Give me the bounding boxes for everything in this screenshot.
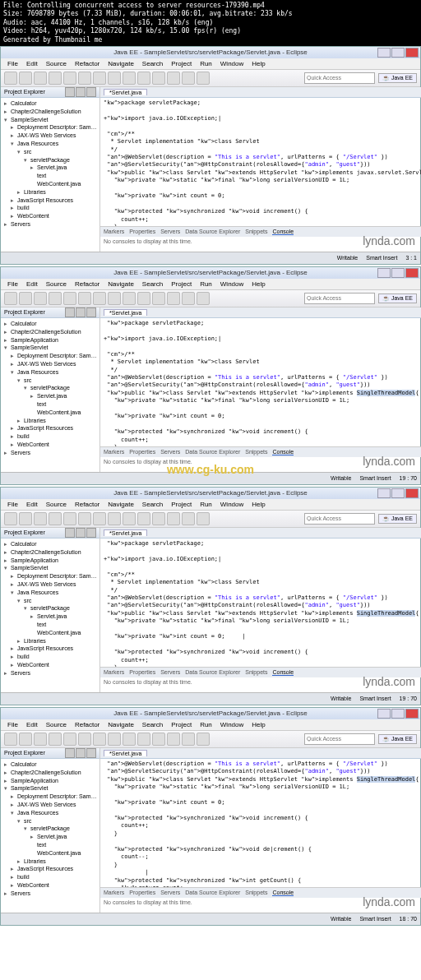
menu-navigate[interactable]: Navigate [104, 59, 137, 68]
tree-item[interactable]: ▸ Libraries [2, 858, 98, 866]
close-button[interactable] [405, 488, 419, 498]
tree-item[interactable]: ▸ Chapter2ChallengeSolution [2, 108, 98, 116]
toolbar-button[interactable] [78, 72, 91, 85]
view-menu-icon[interactable] [86, 528, 96, 538]
tree-item[interactable]: ▸ Servlet.java [2, 392, 98, 400]
tree-item[interactable]: ▾ Java Resources [2, 140, 98, 148]
toolbar-button[interactable] [152, 733, 165, 746]
menu-run[interactable]: Run [197, 720, 215, 729]
view-menu-icon[interactable] [86, 748, 96, 758]
bottom-tab-console[interactable]: Console [272, 890, 294, 896]
toolbar-button[interactable] [108, 512, 121, 525]
bottom-tab-console[interactable]: Console [272, 669, 294, 676]
tree-item[interactable]: ▸ JavaScript Resources [2, 865, 98, 873]
quick-access-input[interactable] [304, 72, 375, 84]
toolbar-button[interactable] [63, 72, 76, 85]
bottom-tab-data-source-explorer[interactable]: Data Source Explorer [185, 669, 240, 675]
minimize-button[interactable] [377, 48, 391, 58]
tree-item[interactable]: ▾ Java Resources [2, 809, 98, 817]
tree-item[interactable]: ▸ Calculator [2, 320, 98, 328]
tree-item[interactable]: ▾ src [2, 597, 98, 605]
tree-item[interactable]: ▸ Calculator [2, 540, 98, 548]
menu-project[interactable]: Project [168, 59, 195, 68]
close-button[interactable] [405, 48, 419, 58]
toolbar-button[interactable] [123, 292, 136, 305]
tree-item[interactable]: ▸ Chapter2ChallengeSolution [2, 769, 98, 777]
toolbar-button[interactable] [197, 733, 210, 746]
tree-item[interactable]: ▾ src [2, 817, 98, 825]
tree-item[interactable]: WebContent.java [2, 849, 98, 858]
menu-help[interactable]: Help [248, 59, 268, 68]
toolbar-button[interactable] [93, 733, 106, 746]
link-editor-icon[interactable] [76, 307, 86, 317]
tree-item[interactable]: ▾ Java Resources [2, 589, 98, 597]
tree-item[interactable]: ▸ Servers [2, 890, 98, 898]
tree-item[interactable]: ▾ SampleServlet [2, 344, 98, 352]
toolbar-button[interactable] [167, 733, 180, 746]
toolbar-button[interactable] [49, 72, 62, 85]
perspective-javaee[interactable]: ☕ Java EE [378, 734, 417, 744]
toolbar-button[interactable] [137, 733, 150, 746]
maximize-button[interactable] [391, 709, 405, 719]
menu-window[interactable]: Window [217, 280, 247, 289]
tree-item[interactable]: ▾ SampleServlet [2, 116, 98, 124]
toolbar-button[interactable] [123, 733, 136, 746]
toolbar-button[interactable] [197, 512, 210, 525]
minimize-button[interactable] [377, 488, 391, 498]
toolbar-button[interactable] [63, 512, 76, 525]
maximize-button[interactable] [391, 488, 405, 498]
toolbar-button[interactable] [108, 733, 121, 746]
tree-item[interactable]: ▸ JavaScript Resources [2, 424, 98, 432]
bottom-tab-console[interactable]: Console [272, 449, 294, 455]
tree-item[interactable]: ▸ Deployment Descriptor: SampleServlet [2, 352, 98, 360]
collapse-all-icon[interactable] [65, 528, 75, 538]
tree-item[interactable]: ▸ build [2, 204, 98, 212]
tree-item[interactable]: ▸ build [2, 873, 98, 881]
toolbar-button[interactable] [182, 72, 195, 85]
toolbar-button[interactable] [4, 512, 17, 525]
perspective-javaee[interactable]: ☕ Java EE [378, 514, 417, 524]
tree-item[interactable]: ▸ Deployment Descriptor: SampleServlet [2, 123, 98, 132]
tree-item[interactable]: ▸ Servers [2, 449, 98, 457]
perspective-javaee[interactable]: ☕ Java EE [378, 294, 417, 303]
bottom-tab-properties[interactable]: Properties [129, 449, 155, 455]
menu-file[interactable]: File [4, 500, 21, 509]
tree-item[interactable]: ▸ Servlet.java [2, 612, 98, 621]
toolbar-button[interactable] [93, 292, 106, 305]
menu-window[interactable]: Window [217, 500, 247, 509]
quick-access-input[interactable] [304, 513, 375, 525]
menu-edit[interactable]: Edit [23, 500, 41, 509]
bottom-tab-console[interactable]: Console [272, 229, 294, 235]
tree-item[interactable]: ▾ src [2, 148, 98, 156]
tree-item[interactable]: text [2, 621, 98, 629]
menu-source[interactable]: Source [43, 720, 70, 729]
toolbar-button[interactable] [197, 72, 210, 85]
toolbar-button[interactable] [78, 292, 91, 305]
menu-edit[interactable]: Edit [23, 280, 41, 289]
menu-project[interactable]: Project [168, 280, 195, 289]
tree-item[interactable]: ▸ JAX-WS Web Services [2, 801, 98, 809]
toolbar-button[interactable] [197, 292, 210, 305]
bottom-tab-markers[interactable]: Markers [104, 449, 124, 455]
bottom-tab-properties[interactable]: Properties [129, 669, 155, 675]
toolbar-button[interactable] [93, 72, 106, 85]
code-editor[interactable]: "kw">package servletPackage; +"kw">impor… [100, 98, 421, 226]
menu-help[interactable]: Help [248, 280, 268, 289]
bottom-tab-data-source-explorer[interactable]: Data Source Explorer [185, 890, 240, 895]
bottom-tab-markers[interactable]: Markers [104, 229, 124, 234]
menu-help[interactable]: Help [248, 720, 268, 729]
toolbar-button[interactable] [4, 733, 17, 746]
menu-search[interactable]: Search [139, 280, 166, 289]
menu-run[interactable]: Run [197, 59, 215, 68]
tree-item[interactable]: ▸ Servlet.java [2, 833, 98, 841]
menu-window[interactable]: Window [217, 720, 247, 729]
menu-refactor[interactable]: Refactor [72, 720, 103, 729]
menu-refactor[interactable]: Refactor [72, 500, 103, 509]
toolbar-button[interactable] [4, 72, 17, 85]
toolbar-button[interactable] [93, 512, 106, 525]
menu-search[interactable]: Search [139, 720, 166, 729]
editor-tab-servlet[interactable]: *Servlet.java [104, 750, 147, 756]
toolbar-button[interactable] [137, 72, 150, 85]
collapse-all-icon[interactable] [65, 748, 75, 758]
bottom-tab-data-source-explorer[interactable]: Data Source Explorer [185, 449, 240, 455]
